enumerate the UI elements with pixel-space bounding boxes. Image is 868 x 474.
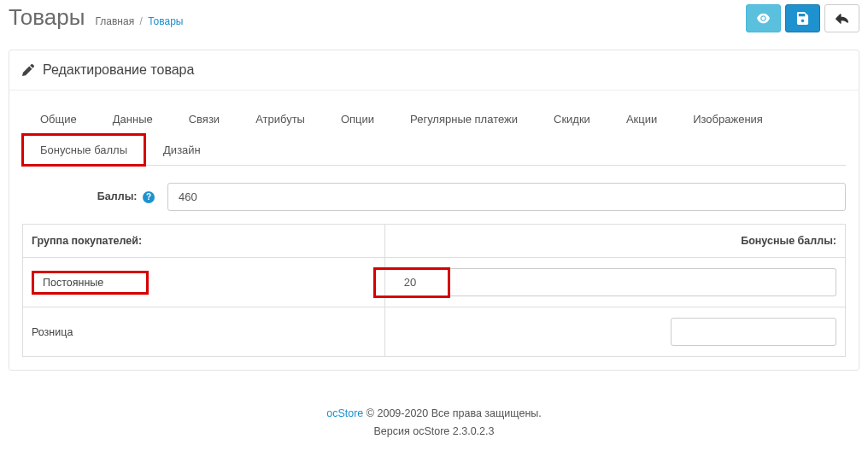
save-icon bbox=[796, 12, 809, 25]
tab-0[interactable]: Общие bbox=[22, 103, 95, 135]
breadcrumb: Главная / Товары bbox=[95, 15, 183, 27]
tab-6[interactable]: Скидки bbox=[536, 103, 608, 135]
group-points-input[interactable] bbox=[394, 268, 836, 296]
points-cell bbox=[384, 258, 845, 307]
group-cell: Розница bbox=[23, 307, 385, 357]
footer-version: Версия ocStore 2.3.0.2.3 bbox=[0, 423, 868, 441]
points-input[interactable] bbox=[167, 183, 846, 211]
tab-10[interactable]: Дизайн bbox=[145, 134, 219, 166]
table-row: Розница bbox=[23, 307, 846, 357]
tab-9[interactable]: Бонусные баллы bbox=[22, 134, 145, 166]
tab-2[interactable]: Связи bbox=[171, 103, 238, 135]
view-button[interactable] bbox=[746, 4, 781, 32]
points-label: Баллы: ? bbox=[22, 190, 167, 203]
footer-brand-link[interactable]: ocStore bbox=[326, 407, 363, 419]
tab-7[interactable]: Акции bbox=[608, 103, 675, 135]
breadcrumb-current[interactable]: Товары bbox=[148, 15, 183, 27]
tab-1[interactable]: Данные bbox=[95, 103, 171, 135]
points-cell bbox=[384, 307, 845, 357]
eye-icon bbox=[757, 12, 770, 25]
tab-3[interactable]: Атрибуты bbox=[238, 103, 323, 135]
footer-copyright: © 2009-2020 Все права защищены. bbox=[363, 407, 541, 419]
tab-4[interactable]: Опции bbox=[323, 103, 392, 135]
table-header-group: Группа покупателей: bbox=[23, 225, 385, 258]
page-title: Товары bbox=[9, 4, 85, 31]
panel-title: Редактирование товара bbox=[43, 62, 194, 78]
save-button[interactable] bbox=[785, 4, 820, 32]
reply-icon bbox=[836, 12, 848, 25]
breadcrumb-home[interactable]: Главная bbox=[95, 15, 134, 27]
group-cell: Постоянные bbox=[23, 258, 385, 307]
tab-8[interactable]: Изображения bbox=[675, 103, 781, 135]
panel-heading: Редактирование товара bbox=[9, 50, 859, 91]
table-header-points: Бонусные баллы: bbox=[384, 225, 845, 258]
footer: ocStore © 2009-2020 Все права защищены. … bbox=[0, 388, 868, 459]
tab-5[interactable]: Регулярные платежи bbox=[392, 103, 536, 135]
table-row: Постоянные bbox=[23, 258, 846, 307]
back-button[interactable] bbox=[824, 4, 859, 32]
help-icon[interactable]: ? bbox=[143, 191, 155, 203]
pencil-icon bbox=[22, 64, 34, 76]
group-points-input[interactable] bbox=[671, 318, 836, 346]
